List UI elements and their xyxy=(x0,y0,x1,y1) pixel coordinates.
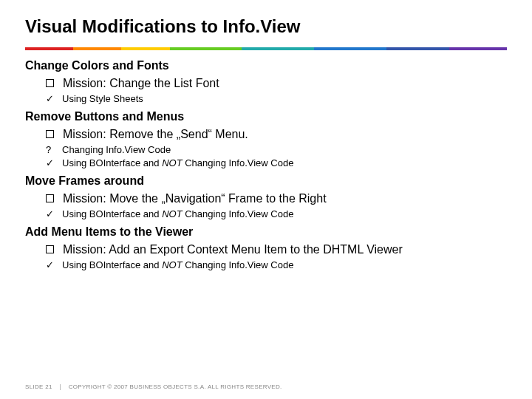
check-icon: ✓ xyxy=(46,157,62,168)
sub-text: Changing Info.View Code xyxy=(62,144,171,155)
checkbox-icon xyxy=(46,79,54,87)
slide-number: SLIDE 21 xyxy=(25,383,52,390)
sections-container: Change Colors and FontsMission: Change t… xyxy=(25,59,507,270)
sub-row: ?Changing Info.View Code xyxy=(46,144,507,155)
sub-text: Using BOInterface and NOT Changing Info.… xyxy=(62,157,293,168)
section-heading: Move Frames around xyxy=(25,174,507,188)
checkbox-icon xyxy=(46,245,54,253)
question-icon: ? xyxy=(46,144,62,155)
mission-row: Mission: Move the „Navigation“ Frame to … xyxy=(46,192,507,205)
section-heading: Remove Buttons and Menus xyxy=(25,110,507,123)
sub-row: ✓Using BOInterface and NOT Changing Info… xyxy=(46,208,507,219)
rainbow-divider xyxy=(25,47,507,50)
copyright: COPYRIGHT © 2007 BUSINESS OBJECTS S.A. A… xyxy=(69,383,282,390)
sub-row: ✓Using BOInterface and NOT Changing Info… xyxy=(46,259,507,270)
mission-row: Mission: Change the List Font xyxy=(46,77,507,90)
sub-text: Using Style Sheets xyxy=(62,93,143,104)
check-icon: ✓ xyxy=(46,93,62,104)
mission-text: Mission: Move the „Navigation“ Frame to … xyxy=(63,192,327,205)
section-heading: Add Menu Items to the Viewer xyxy=(25,225,507,239)
sub-text: Using BOInterface and NOT Changing Info.… xyxy=(62,208,293,219)
footer-divider xyxy=(60,384,61,390)
check-icon: ✓ xyxy=(46,259,62,270)
slide-body: Visual Modifications to Info.View Change… xyxy=(0,0,532,270)
mission-row: Mission: Remove the „Send“ Menu. xyxy=(46,128,507,141)
checkbox-icon xyxy=(46,194,54,202)
sub-text: Using BOInterface and NOT Changing Info.… xyxy=(62,259,293,270)
footer: SLIDE 21 COPYRIGHT © 2007 BUSINESS OBJEC… xyxy=(25,383,282,390)
mission-text: Mission: Add an Export Context Menu Item… xyxy=(63,243,403,256)
page-title: Visual Modifications to Info.View xyxy=(25,16,507,37)
mission-row: Mission: Add an Export Context Menu Item… xyxy=(46,243,507,256)
sub-row: ✓Using BOInterface and NOT Changing Info… xyxy=(46,157,507,168)
check-icon: ✓ xyxy=(46,208,62,219)
mission-text: Mission: Remove the „Send“ Menu. xyxy=(63,128,248,141)
section-heading: Change Colors and Fonts xyxy=(25,59,507,72)
sub-row: ✓Using Style Sheets xyxy=(46,93,507,104)
mission-text: Mission: Change the List Font xyxy=(63,77,219,90)
checkbox-icon xyxy=(46,130,54,138)
